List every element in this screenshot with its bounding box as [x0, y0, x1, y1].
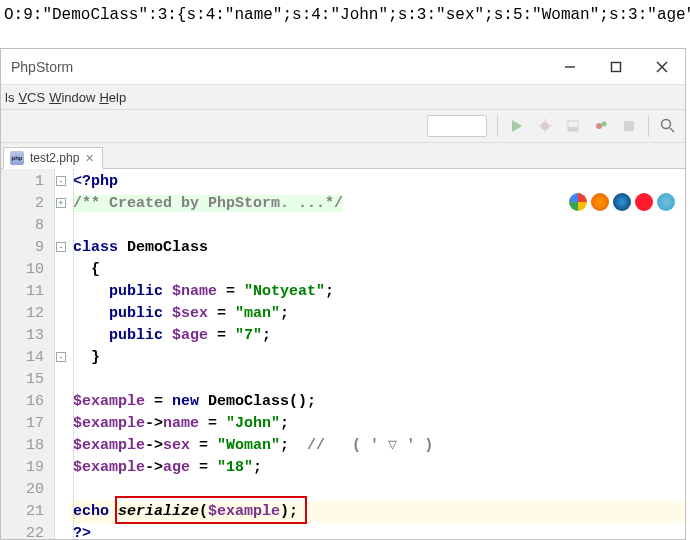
chrome-icon[interactable] — [569, 193, 587, 211]
serialized-output: O:9:"DemoClass":3:{s:4:"name";s:4:"John"… — [0, 0, 690, 34]
code-line: $example->sex = "Woman"; // ( ' ▽ ' ) — [69, 435, 685, 457]
line-number: 1 — [1, 171, 54, 193]
php-file-icon: php — [10, 151, 24, 165]
tab-test2-php[interactable]: php test2.php ✕ — [3, 147, 103, 169]
run-button[interactable] — [508, 117, 526, 135]
firefox-icon[interactable] — [591, 193, 609, 211]
coverage-icon — [566, 119, 580, 133]
code-area[interactable]: <?php /** Created by PhpStorm. ...*/ cla… — [69, 169, 685, 539]
code-line: <?php — [69, 171, 685, 193]
line-number: 17 — [1, 413, 54, 435]
fold-marker-icon[interactable]: - — [56, 176, 66, 186]
menu-help[interactable]: Help — [99, 90, 126, 105]
file-tabs: php test2.php ✕ — [1, 143, 685, 169]
close-icon — [656, 61, 668, 73]
code-line: { — [69, 259, 685, 281]
safari-icon[interactable] — [613, 193, 631, 211]
svg-rect-12 — [624, 121, 634, 131]
code-line: public $age = "7"; — [69, 325, 685, 347]
svg-point-13 — [662, 120, 671, 129]
maximize-button[interactable] — [593, 49, 639, 85]
minimize-button[interactable] — [547, 49, 593, 85]
line-number: 12 — [1, 303, 54, 325]
code-editor[interactable]: 1 2 8 9 10 11 12 13 14 15 16 17 18 19 20… — [1, 169, 685, 539]
svg-marker-4 — [512, 120, 522, 132]
svg-point-11 — [602, 122, 607, 127]
profile-icon — [594, 119, 608, 133]
fold-marker-icon[interactable]: - — [56, 242, 66, 252]
svg-rect-1 — [612, 62, 621, 71]
menu-tools[interactable]: ls — [5, 90, 14, 105]
divider — [497, 115, 498, 137]
code-line: } — [69, 347, 685, 369]
line-number: 9 — [1, 237, 54, 259]
line-number: 8 — [1, 215, 54, 237]
maximize-icon — [610, 61, 622, 73]
tab-close-icon[interactable]: ✕ — [85, 152, 94, 165]
code-line — [69, 215, 685, 237]
code-line: public $name = "Notyeat"; — [69, 281, 685, 303]
code-line: ?> — [69, 523, 685, 539]
line-number: 21 — [1, 501, 54, 523]
svg-rect-9 — [568, 127, 578, 131]
svg-line-14 — [670, 128, 674, 132]
run-icon — [510, 119, 524, 133]
debug-icon — [538, 119, 552, 133]
toolbar — [1, 109, 685, 143]
menu-window[interactable]: Window — [49, 90, 95, 105]
line-number-gutter: 1 2 8 9 10 11 12 13 14 15 16 17 18 19 20… — [1, 169, 55, 539]
close-button[interactable] — [639, 49, 685, 85]
opera-icon[interactable] — [635, 193, 653, 211]
menubar: ls VCS Window Help — [1, 85, 685, 109]
minimize-icon — [564, 61, 576, 73]
code-line: $example->age = "18"; — [69, 457, 685, 479]
code-line — [69, 479, 685, 501]
fold-marker-icon[interactable]: + — [56, 198, 66, 208]
indent-guide — [73, 169, 74, 539]
window-title: PhpStorm — [1, 59, 547, 75]
code-line: class DemoClass — [69, 237, 685, 259]
debug-button[interactable] — [536, 117, 554, 135]
code-line: public $sex = "man"; — [69, 303, 685, 325]
code-line — [69, 369, 685, 391]
line-number: 20 — [1, 479, 54, 501]
tab-filename: test2.php — [30, 151, 79, 165]
line-number: 15 — [1, 369, 54, 391]
line-number: 2 — [1, 193, 54, 215]
divider — [648, 115, 649, 137]
profile-button[interactable] — [592, 117, 610, 135]
search-icon — [660, 118, 676, 134]
svg-point-10 — [596, 123, 602, 129]
line-number: 14 — [1, 347, 54, 369]
phpstorm-window: PhpStorm ls VCS Window Help — [0, 48, 686, 540]
line-number: 13 — [1, 325, 54, 347]
stop-icon — [622, 119, 636, 133]
line-number: 18 — [1, 435, 54, 457]
edge-icon[interactable] — [657, 193, 675, 211]
coverage-button[interactable] — [564, 117, 582, 135]
run-config-selector[interactable] — [427, 115, 487, 137]
line-number: 10 — [1, 259, 54, 281]
code-line: $example->name = "John"; — [69, 413, 685, 435]
fold-column: - + - - — [55, 169, 69, 539]
line-number: 11 — [1, 281, 54, 303]
titlebar: PhpStorm — [1, 49, 685, 85]
fold-marker-icon[interactable]: - — [56, 352, 66, 362]
line-number: 16 — [1, 391, 54, 413]
menu-vcs[interactable]: VCS — [18, 90, 45, 105]
window-controls — [547, 49, 685, 85]
code-line: $example = new DemoClass(); — [69, 391, 685, 413]
line-number: 19 — [1, 457, 54, 479]
line-number: 22 — [1, 523, 54, 539]
stop-button[interactable] — [620, 117, 638, 135]
code-line-current: echo serialize($example); — [69, 501, 685, 523]
search-button[interactable] — [659, 117, 677, 135]
browser-icons-overlay — [569, 193, 675, 211]
